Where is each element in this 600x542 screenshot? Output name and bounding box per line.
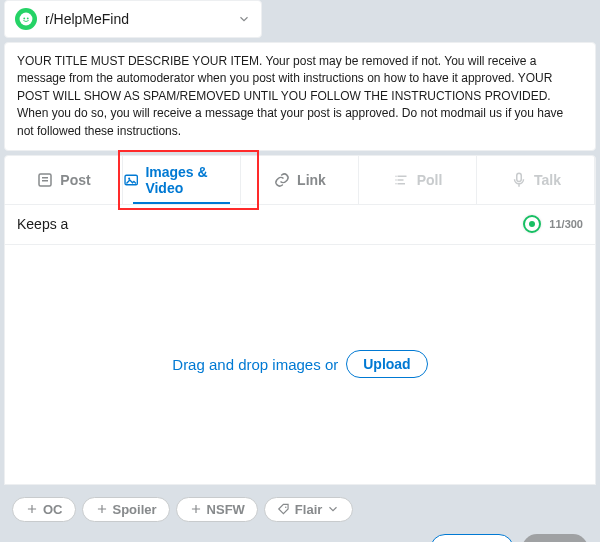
tab-post[interactable]: Post bbox=[5, 156, 123, 204]
svg-rect-14 bbox=[517, 173, 522, 181]
tab-talk-label: Talk bbox=[534, 172, 561, 188]
svg-point-1 bbox=[23, 17, 25, 19]
tab-images-label: Images & Video bbox=[145, 164, 240, 196]
svg-point-2 bbox=[27, 17, 29, 19]
tag-oc[interactable]: OC bbox=[12, 497, 76, 522]
chevron-down-icon bbox=[326, 502, 340, 516]
plus-icon bbox=[95, 502, 109, 516]
title-row: 11/300 bbox=[4, 205, 596, 245]
upload-button[interactable]: Upload bbox=[346, 350, 427, 378]
title-counter: 11/300 bbox=[549, 218, 583, 230]
title-input[interactable] bbox=[17, 216, 515, 232]
community-avatar bbox=[15, 8, 37, 30]
link-icon bbox=[273, 171, 291, 189]
svg-point-11 bbox=[395, 175, 397, 177]
tab-poll: Poll bbox=[359, 156, 477, 204]
tab-link-label: Link bbox=[297, 172, 326, 188]
cancel-button[interactable]: Cancel bbox=[430, 534, 514, 542]
svg-point-12 bbox=[395, 179, 397, 181]
tag-flair-label: Flair bbox=[295, 502, 322, 517]
tag-nsfw[interactable]: NSFW bbox=[176, 497, 258, 522]
plus-icon bbox=[25, 502, 39, 516]
mic-icon bbox=[510, 171, 528, 189]
media-dropzone[interactable]: Drag and drop images or Upload bbox=[4, 245, 596, 485]
poll-icon bbox=[393, 171, 411, 189]
svg-point-15 bbox=[285, 507, 287, 509]
reddit-alien-icon bbox=[19, 12, 33, 26]
tag-spoiler-label: Spoiler bbox=[113, 502, 157, 517]
post-button[interactable]: Post bbox=[522, 534, 588, 542]
rules-notice: YOUR TITLE MUST DESCRIBE YOUR ITEM. Your… bbox=[4, 42, 596, 151]
tab-post-label: Post bbox=[60, 172, 90, 188]
tag-oc-label: OC bbox=[43, 502, 63, 517]
tag-icon bbox=[277, 502, 291, 516]
grammarly-icon bbox=[523, 215, 541, 233]
tab-link[interactable]: Link bbox=[241, 156, 359, 204]
svg-point-13 bbox=[395, 183, 397, 185]
tag-row: OC Spoiler NSFW Flair bbox=[4, 485, 596, 528]
svg-point-0 bbox=[20, 13, 33, 26]
community-name: r/HelpMeFind bbox=[45, 11, 237, 27]
tab-talk: Talk bbox=[477, 156, 595, 204]
plus-icon bbox=[189, 502, 203, 516]
chevron-down-icon bbox=[237, 12, 251, 26]
post-type-tabs: Post Images & Video Link Poll Talk bbox=[4, 155, 596, 205]
dropzone-text: Drag and drop images or bbox=[172, 356, 338, 373]
tag-nsfw-label: NSFW bbox=[207, 502, 245, 517]
image-icon bbox=[123, 171, 139, 189]
tab-images-video[interactable]: Images & Video bbox=[123, 156, 241, 204]
tag-spoiler[interactable]: Spoiler bbox=[82, 497, 170, 522]
action-row: Cancel Post bbox=[4, 528, 596, 542]
community-selector[interactable]: r/HelpMeFind bbox=[4, 0, 262, 38]
tab-poll-label: Poll bbox=[417, 172, 443, 188]
post-icon bbox=[36, 171, 54, 189]
tag-flair[interactable]: Flair bbox=[264, 497, 353, 522]
